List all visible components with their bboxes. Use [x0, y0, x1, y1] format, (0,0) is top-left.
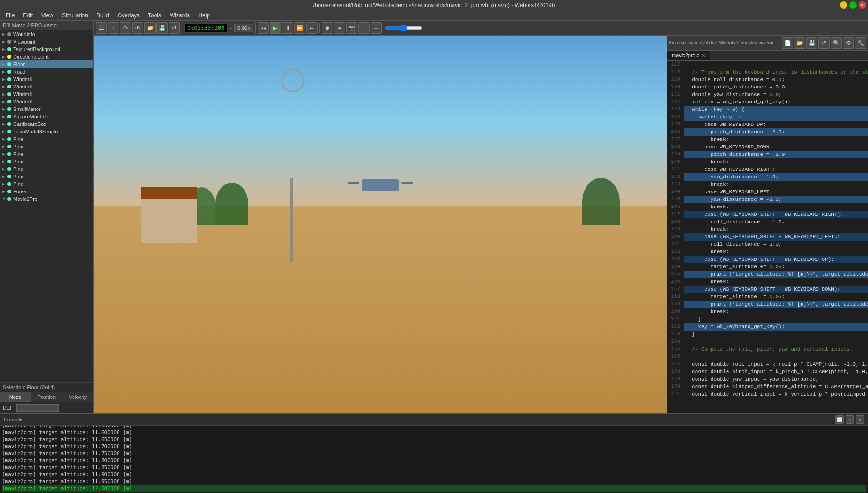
editor-settings-btn[interactable]: ⚙: [843, 37, 854, 49]
btn-fast[interactable]: ⏩: [294, 22, 305, 34]
tree-item-directionallight[interactable]: ▶ DirectionalLight: [0, 53, 93, 60]
tree-item-teslamodel3simple[interactable]: ▶ TeslaModel3Simple: [0, 128, 93, 135]
editor-find-btn[interactable]: 🔍: [831, 37, 842, 49]
btn-cam2[interactable]: 🎥: [358, 22, 370, 34]
console-expand-btn[interactable]: ⬜: [835, 415, 844, 424]
btn-pause[interactable]: ⏸: [282, 22, 293, 34]
tree-arrow: ▶: [2, 152, 7, 156]
tree-item-pine4[interactable]: ▶ Pine: [0, 158, 93, 165]
def-input[interactable]: [16, 404, 59, 412]
btn-back[interactable]: ←: [371, 22, 382, 34]
code-line-149: 149 break;: [667, 226, 868, 233]
menu-help[interactable]: Help: [194, 11, 214, 20]
tree-item-viewpoint[interactable]: ▶ Viewpoint: [0, 38, 93, 45]
menu-overlays[interactable]: Overlays: [114, 11, 143, 20]
line-number: 169: [667, 375, 684, 383]
file-tab-active[interactable]: mavic2pro.c ✕: [667, 51, 710, 60]
tab-node[interactable]: Node: [0, 392, 31, 402]
tree-item-cardboardbox[interactable]: ▶ CardboardBox: [0, 120, 93, 128]
btn-record[interactable]: ⏺: [322, 22, 333, 34]
minimize-button[interactable]: –: [840, 1, 847, 9]
tree-item-road[interactable]: ▶ Road: [0, 68, 93, 75]
tree-dot: [7, 70, 11, 74]
menu-wizards[interactable]: Wizards: [166, 11, 193, 20]
console-line-4: [mavic2pro] target altitude: 11.700000 […: [2, 443, 866, 450]
console-popout-btn[interactable]: ↗: [846, 415, 854, 424]
menu-view[interactable]: View: [37, 11, 57, 20]
tree-label: Floor: [13, 61, 25, 67]
tree-dot: [7, 85, 11, 88]
editor-new-btn[interactable]: 📄: [782, 37, 793, 49]
tree-item-windmill3[interactable]: ▶ Windmill: [0, 90, 93, 98]
tree-item-pine5[interactable]: ▶ Pine: [0, 165, 93, 173]
code-line-170: 170 const double clamped_difference_alti…: [667, 383, 868, 390]
toolbar-reload-btn[interactable]: ↺: [169, 22, 180, 34]
editor-reload-btn[interactable]: ↺: [818, 37, 830, 49]
scene-tree[interactable]: ▶ WorldInfo ▶ Viewpoint ▶ TexturedBackgr…: [0, 30, 93, 382]
drone-arm-2: [401, 182, 413, 184]
tree-dot: [7, 62, 11, 66]
line-content: break;: [684, 158, 868, 166]
tree-item-smallmanor[interactable]: ▶ SmallManor: [0, 105, 93, 113]
toolbar-open-btn[interactable]: 📁: [144, 22, 156, 34]
menu-file[interactable]: File: [2, 11, 18, 20]
tree-item-texturedbackground[interactable]: ▶ TexturedBackground: [0, 45, 93, 53]
tree-arrow: ▶: [2, 144, 7, 149]
tree-item-pine6[interactable]: ▶ Pine: [0, 173, 93, 180]
line-content: int key = wb_keyboard_get_key();: [684, 98, 868, 106]
file-path: /home/relaybot/RobTool/Webots/demos/mavi…: [669, 40, 779, 45]
line-content: target_altitude -= 0.05;: [684, 293, 868, 301]
line-number: 146: [667, 203, 684, 211]
line-number: 131: [667, 91, 684, 98]
toolbar-scene-btn[interactable]: ☰: [96, 22, 107, 34]
btn-faster[interactable]: ⏭: [306, 22, 318, 34]
code-line-129: 129 double roll_disturbance = 0.0;: [667, 76, 868, 83]
btn-dot[interactable]: ●: [334, 22, 345, 34]
btn-play[interactable]: ▶: [270, 22, 281, 34]
tree-label: TeslaModel3Simple: [13, 129, 58, 134]
tree-item-forest[interactable]: ▶ Forest: [0, 188, 93, 195]
editor-tools-btn[interactable]: 🔧: [855, 37, 866, 49]
line-number: 171: [667, 390, 684, 398]
toolbar-camera-btn[interactable]: ⟳: [120, 22, 131, 34]
toolbar-eye-btn[interactable]: 👁: [132, 22, 143, 34]
tree-item-worldinfo[interactable]: ▶ WorldInfo: [0, 30, 93, 38]
tab-position[interactable]: Position: [31, 392, 63, 402]
tab-velocity[interactable]: Velocity: [62, 392, 93, 402]
btn-rewind[interactable]: ⏮: [258, 22, 269, 34]
tree-item-windmill4[interactable]: ▶ Windmill: [0, 98, 93, 105]
console-content: [mavic2pro] target altitude: 11.500000 […: [0, 426, 868, 493]
tree-item-windmill2[interactable]: ▶ Windmill: [0, 83, 93, 90]
menu-build[interactable]: Build: [93, 11, 113, 20]
tree-dot: [7, 137, 11, 141]
tree-item-mavic2pro[interactable]: ▼ Mavic2Pro: [0, 195, 93, 203]
btn-screenshot[interactable]: 📷: [346, 22, 357, 34]
maximize-button[interactable]: □: [849, 1, 857, 9]
toolbar-add-btn[interactable]: +: [108, 22, 119, 34]
tree-arrow: ▶: [2, 114, 7, 119]
editor-open-btn[interactable]: 📂: [794, 37, 805, 49]
tree-item-floor[interactable]: ▶ Floor: [0, 60, 93, 68]
line-number: 158: [667, 293, 684, 301]
line-content: switch (key) {: [684, 113, 868, 121]
tree-item-pine7[interactable]: ▶ Pine: [0, 180, 93, 188]
menu-tools[interactable]: Tools: [144, 11, 165, 20]
console-close-btn[interactable]: ✕: [856, 415, 864, 424]
file-tab-close[interactable]: ✕: [701, 53, 705, 58]
tree-label: Pine: [13, 136, 23, 142]
editor-save-btn[interactable]: 💾: [806, 37, 817, 49]
line-number: 167: [667, 361, 684, 368]
code-editor[interactable]: 127 128 // Transform the keyboard input …: [667, 61, 868, 413]
toolbar-save-btn[interactable]: 💾: [156, 22, 168, 34]
tree-item-squaremanhole[interactable]: ▶ SquareManhole: [0, 113, 93, 120]
tree-item-pine2[interactable]: ▶ Pine: [0, 143, 93, 150]
tree-item-pine3[interactable]: ▶ Pine: [0, 150, 93, 158]
menu-simulation[interactable]: Simulation: [58, 11, 92, 20]
line-content: double roll_disturbance = 0.0;: [684, 76, 868, 83]
close-button[interactable]: ✕: [859, 1, 866, 9]
tree-item-pine1[interactable]: ▶ Pine: [0, 135, 93, 143]
tree-item-windmill1[interactable]: ▶ Windmill: [0, 75, 93, 83]
speed-slider[interactable]: [385, 24, 422, 32]
line-content: break;: [684, 203, 868, 211]
menu-edit[interactable]: Edit: [19, 11, 37, 20]
